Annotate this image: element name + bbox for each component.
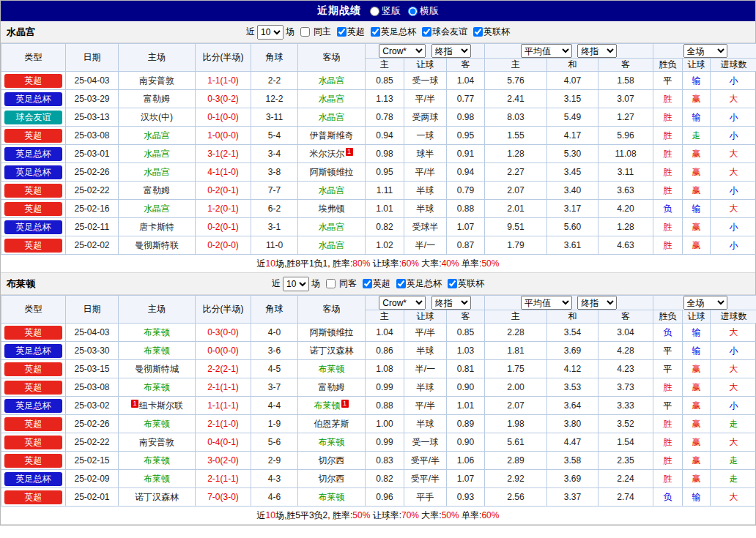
outcome-goals: 大: [711, 433, 756, 452]
same-venue-filter[interactable]: 同主: [300, 26, 331, 38]
competition-checkbox[interactable]: [363, 279, 372, 288]
outcome-winloss: 胜: [653, 127, 683, 145]
competition-filter[interactable]: 球会友谊: [422, 26, 467, 38]
outcome-handicap: 赢: [683, 452, 711, 470]
away-team: 水晶宫: [298, 90, 366, 108]
competition-checkbox[interactable]: [396, 279, 406, 288]
summary-segment: 50%: [352, 510, 370, 520]
match-score: 2-1(1-1): [196, 470, 251, 488]
competition-filter[interactable]: 英超: [337, 26, 365, 38]
competition-checkbox[interactable]: [422, 27, 431, 37]
summary-segment: 70%: [401, 510, 419, 520]
average-select[interactable]: 平均值: [521, 296, 572, 310]
match-date: 25-03-08: [66, 378, 119, 397]
layout-mode-option[interactable]: 竖版: [370, 4, 401, 18]
scope-select-cell: 全场: [653, 296, 756, 310]
match-row: 英超25-02-22富勒姆0-2(0-1)7-7水晶宫1.11半球0.792.0…: [1, 182, 756, 200]
average-select-cell: 平均值 终指: [485, 296, 653, 310]
outcome-winloss: 胜: [653, 108, 683, 127]
average-draw-odds: 3.15: [547, 90, 598, 108]
competition-checkbox[interactable]: [448, 279, 457, 288]
match-row: 英超25-02-26布莱顿2-1(1-0)1-9伯恩茅斯1.00半球0.891.…: [1, 415, 756, 433]
average-away-odds: 3.52: [598, 415, 653, 433]
layout-mode-option[interactable]: 横版: [408, 4, 439, 18]
handicap-line: 受平/半: [404, 452, 447, 470]
bookmaker-select[interactable]: Crow*: [379, 296, 426, 310]
competition-filter[interactable]: 英超: [363, 277, 390, 290]
col-header-away: 客场: [298, 296, 366, 324]
same-venue-checkbox[interactable]: [326, 279, 336, 288]
match-row: 英超25-03-08水晶宫1-0(0-0)5-4伊普斯维奇0.94一球0.951…: [1, 127, 756, 145]
corner-score: 1-9: [251, 415, 298, 433]
average-away-odds: 3.33: [598, 397, 653, 415]
bookmaker-select[interactable]: Crow*: [379, 44, 426, 58]
outcome-winloss: 胜: [653, 433, 683, 452]
outcome-winloss: 负: [653, 324, 683, 342]
bookmaker-odds-stage-select[interactable]: 终指: [431, 296, 471, 310]
away-team: 水晶宫: [298, 236, 366, 255]
bookmaker-away-odds: 0.94: [447, 163, 485, 182]
outcome-handicap: 赢: [683, 145, 711, 163]
score-text: 2-1(1-1): [207, 474, 239, 484]
team-label: 水晶宫: [319, 185, 345, 195]
competition-filter[interactable]: 英联杯: [448, 277, 484, 290]
col-header-handicap-result: 让球: [683, 59, 711, 72]
competition-filter[interactable]: 英足总杯: [371, 26, 416, 38]
same-venue-checkbox[interactable]: [300, 27, 310, 37]
competition-filter[interactable]: 英足总杯: [396, 277, 442, 290]
outcome-handicap: 赢: [683, 90, 711, 108]
layout-mode-radio[interactable]: [408, 7, 418, 16]
recent-count-select[interactable]: 10: [257, 25, 284, 40]
bookmaker-odds-stage-select[interactable]: 终指: [431, 44, 471, 58]
scope-select[interactable]: 全场: [683, 44, 727, 58]
competition-checkbox[interactable]: [473, 27, 483, 37]
handicap-line: 受两球: [404, 108, 447, 127]
average-select[interactable]: 平均值: [521, 44, 572, 58]
match-date: 25-03-01: [66, 145, 119, 163]
team-label: 阿斯顿维拉: [310, 167, 354, 177]
competition-checkbox[interactable]: [337, 27, 346, 37]
team-label: 布莱顿: [144, 474, 170, 484]
col-header-away: 客场: [298, 44, 366, 72]
layout-mode-radio[interactable]: [370, 7, 379, 16]
bookmaker-select-cell: Crow* 终指: [366, 44, 485, 59]
score-text: 0-2(0-1): [207, 185, 239, 195]
page-title: 近期战绩: [317, 4, 361, 18]
scope-select[interactable]: 全场: [683, 296, 727, 310]
match-date: 25-02-01: [66, 488, 119, 507]
handicap-line: 受一球: [404, 72, 447, 90]
average-draw-odds: 3.64: [547, 397, 598, 415]
competition-filter[interactable]: 英联杯: [473, 26, 510, 38]
team-label: 布莱顿: [144, 345, 170, 356]
competition-filter-label: 英联杯: [458, 277, 484, 290]
away-team: 切尔西: [298, 470, 366, 488]
competition-checkbox[interactable]: [371, 27, 380, 37]
col-header-handicap-result: 让球: [683, 310, 711, 324]
average-odds-stage-select[interactable]: 终指: [577, 296, 617, 310]
home-team: 布莱顿: [119, 342, 196, 360]
outcome-goals: 小: [711, 182, 756, 200]
recent-count-select[interactable]: 10: [283, 277, 309, 291]
corner-score: 4-4: [251, 397, 298, 415]
match-score: 1-0(0-0): [196, 127, 251, 145]
match-score: 1-1(1-1): [196, 397, 251, 415]
col-header-avg-draw: 和: [547, 310, 598, 324]
competition-badge: 英超: [4, 74, 62, 88]
outcome-winloss: 胜: [653, 236, 683, 255]
team-label: 曼彻斯特城: [135, 364, 179, 374]
average-odds-stage-select[interactable]: 终指: [577, 44, 617, 58]
same-venue-filter[interactable]: 同客: [326, 277, 357, 290]
average-draw-odds: 4.47: [547, 433, 598, 452]
results-table: 类型 日期 主场 比分(半场) 角球 客场 Crow* 终指 平均值 终指: [1, 295, 756, 507]
competition-cell: 英足总杯: [1, 145, 66, 163]
outcome-handicap: 赢: [683, 236, 711, 255]
col-header-home: 主场: [119, 296, 196, 324]
average-draw-odds: 5.60: [547, 218, 598, 236]
average-draw-odds: 3.69: [547, 470, 598, 488]
average-draw-odds: 3.58: [547, 452, 598, 470]
handicap-line: 半球: [404, 378, 447, 397]
competition-cell: 英足总杯: [1, 90, 66, 108]
bookmaker-away-odds: 0.91: [447, 145, 485, 163]
competition-badge: 英超: [4, 381, 62, 395]
away-team: 布莱顿1: [298, 397, 366, 415]
